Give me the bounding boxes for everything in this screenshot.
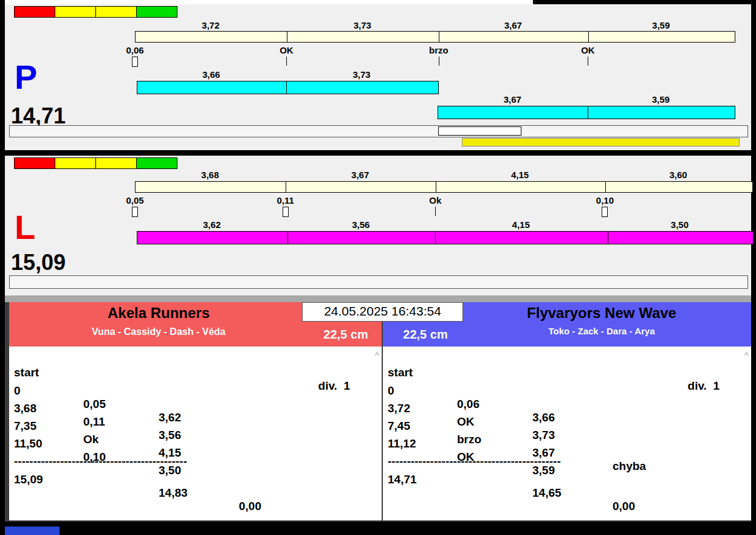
change-mark: OK	[280, 45, 294, 55]
penalty: 0,00	[613, 500, 635, 513]
bar-segment	[439, 32, 589, 42]
team-right-members: Toko - Zack - Dara - Arya	[452, 326, 751, 336]
team-right-name: Flyvaryors New Wave	[452, 305, 751, 322]
scroll-up-icon[interactable]: ^	[374, 350, 379, 359]
change-tick-box	[132, 57, 138, 67]
start-lights-p	[14, 6, 177, 18]
bar-segment	[136, 32, 287, 42]
change-ticks-p	[135, 57, 734, 66]
bar-segment	[286, 182, 436, 192]
run-time: 3,50	[607, 219, 752, 230]
lane-p-panel: 3,72 3,73 3,67 3,59 0,06 OK brzo OK P 3,…	[5, 4, 751, 150]
bar-segment	[608, 232, 753, 244]
run-time: 4,15	[435, 219, 607, 230]
split-time: 3,68	[135, 170, 285, 180]
results-header-row: start div. 1	[383, 353, 751, 367]
run-bar-p1	[137, 81, 439, 94]
result-row: 11,50 0,10 3,50	[9, 424, 382, 438]
timing-app-window: 3,72 3,73 3,67 3,59 0,06 OK brzo OK P 3,…	[0, 0, 756, 535]
green-light-icon	[136, 6, 177, 18]
result-row: 0 0,06 3,66	[383, 371, 751, 385]
change-ticks-l	[135, 207, 752, 216]
run-time: 3,66	[137, 69, 286, 80]
result-row: 0 0,05 3,62	[9, 371, 382, 385]
section-separator	[5, 295, 751, 302]
progress-strip-l	[9, 275, 748, 289]
result-row: 11,12 OK 3,59	[383, 424, 751, 438]
yellow-progress-bar	[462, 138, 740, 147]
teams-section: Akela Runners Vuna - Cassidy - Dash - Vé…	[5, 302, 751, 522]
change-mark: 0,05	[126, 195, 143, 205]
team-left-results: start div. 1 ^ 0 0,05 3,62 3,68 0,11 3,5…	[9, 347, 382, 520]
divider-row: ----------------------------------------…	[383, 441, 751, 456]
bar-segment	[287, 32, 439, 42]
yellow-light-icon	[55, 6, 96, 18]
divider-row: ----------------------------------------…	[9, 441, 382, 456]
progress-strip-p	[9, 125, 748, 137]
run-time: 3,73	[286, 69, 438, 80]
change-marks-p: 0,06 OK brzo OK	[135, 45, 734, 55]
split-time-labels-p: 3,72 3,73 3,67 3,59	[135, 20, 734, 30]
yellow-light-icon	[95, 157, 137, 169]
bar-segment	[606, 182, 752, 192]
run-bar-l	[137, 231, 754, 244]
race-timestamp: 24.05.2025 16:43:54	[302, 302, 463, 322]
run-labels-p2: 3,67 3,59	[438, 94, 734, 105]
run-labels-p1: 3,66 3,73	[137, 69, 438, 80]
change-mark: 0,11	[277, 195, 294, 205]
results-header-row: start div. 1	[9, 353, 382, 367]
lane-l-letter: L	[15, 210, 35, 244]
lane-p-letter: P	[15, 60, 37, 94]
red-light-icon	[14, 157, 55, 169]
split-time: 3,67	[285, 170, 435, 180]
run-time: 3,67	[438, 94, 588, 105]
sum-time: 14,65	[532, 486, 562, 500]
team-left-name: Akela Runners	[9, 305, 308, 322]
run-time: 3,56	[287, 219, 435, 230]
bar-segment	[137, 232, 288, 244]
lane-l-total-time: 15,09	[11, 252, 66, 274]
yellow-light-icon	[95, 6, 137, 18]
start-lights-l	[14, 157, 177, 169]
top-window-sliver	[5, 0, 533, 4]
change-mark: OK	[581, 45, 595, 55]
totals-row: 15,09 14,83 0,00	[9, 460, 382, 474]
change-tick-line	[286, 57, 287, 66]
split-time: 3,60	[605, 170, 752, 180]
change-tick-box	[602, 207, 608, 217]
marker-box	[438, 126, 521, 136]
team-left-members: Vuna - Cassidy - Dash - Véda	[9, 326, 308, 337]
change-tick-line	[588, 57, 588, 66]
change-mark: 0,06	[126, 45, 143, 55]
bar-segment	[436, 182, 606, 192]
split-time: 3,59	[588, 20, 734, 30]
bar-segment	[588, 106, 735, 119]
bar-segment	[438, 106, 588, 119]
change-mark: 0,10	[596, 195, 614, 205]
change-tick-line	[439, 57, 439, 66]
bar-segment	[436, 232, 608, 244]
lane-l-panel: 3,68 3,67 4,15 3,60 0,05 0,11 Ok 0,10 L …	[5, 156, 751, 295]
bar-segment	[288, 232, 436, 244]
total-time: 14,71	[388, 473, 417, 486]
split-time-labels-l: 3,68 3,67 4,15 3,60	[135, 170, 752, 180]
change-mark: brzo	[429, 45, 448, 55]
bottom-blue-fragment	[5, 526, 60, 535]
scroll-up-icon[interactable]: ^	[744, 350, 749, 359]
run-time: 3,59	[588, 94, 734, 105]
sum-time: 14,83	[159, 486, 188, 500]
red-light-icon	[14, 6, 55, 18]
result-row: 3,68 0,11 3,56	[9, 388, 382, 403]
change-mark: Ok	[429, 195, 441, 205]
result-row: 3,72 OK 3,73	[383, 388, 751, 403]
bar-segment	[589, 32, 735, 42]
change-marks-l: 0,05 0,11 Ok 0,10	[135, 195, 752, 205]
lane-p-total-time: 14,71	[11, 105, 66, 127]
green-light-icon	[136, 157, 177, 169]
totals-row: 14,71 14,65 0,00	[383, 460, 751, 474]
team-right-jump-height: 22,5 cm	[391, 328, 459, 342]
result-row: 7,45 brzo 3,67 chyba	[383, 406, 751, 421]
run-time: 3,62	[137, 219, 287, 230]
total-time: 15,09	[14, 473, 43, 486]
change-tick-box	[283, 207, 289, 217]
